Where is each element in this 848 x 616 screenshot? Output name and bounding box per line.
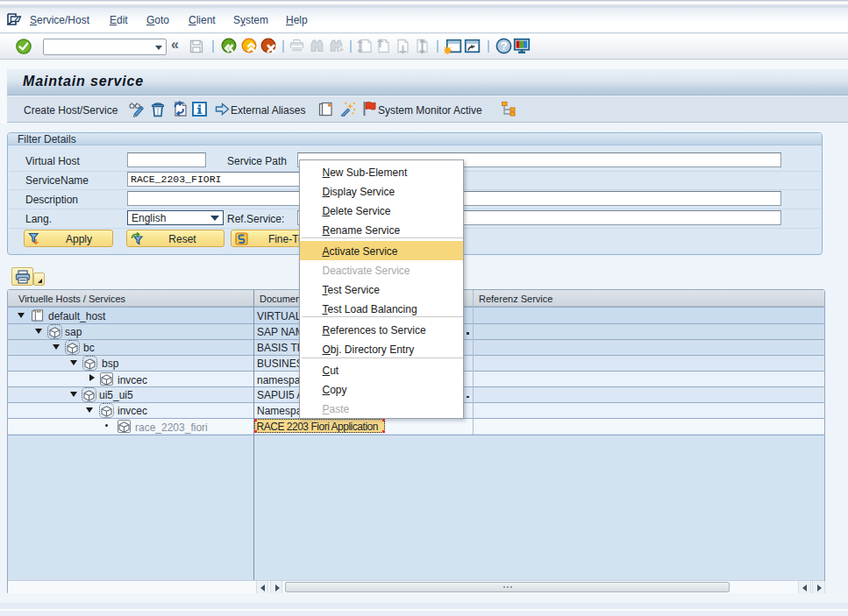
svg-text:?: ? <box>500 39 507 53</box>
